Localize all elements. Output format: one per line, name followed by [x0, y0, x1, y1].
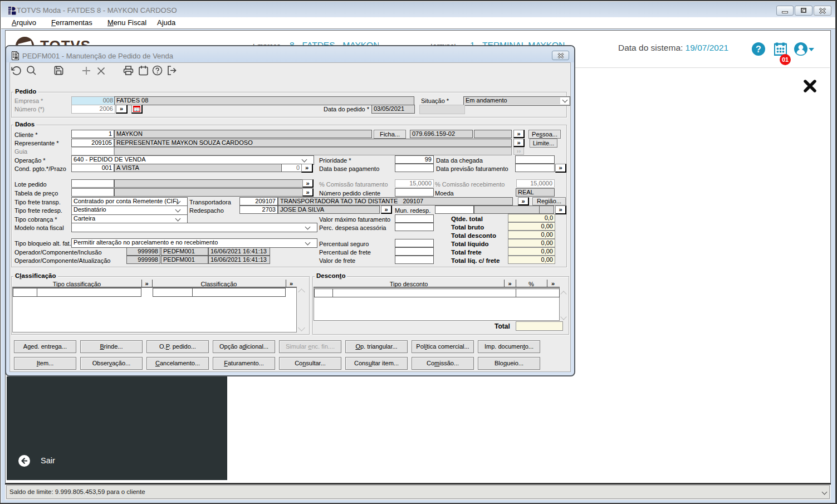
svg-text:?: ?: [756, 45, 761, 54]
